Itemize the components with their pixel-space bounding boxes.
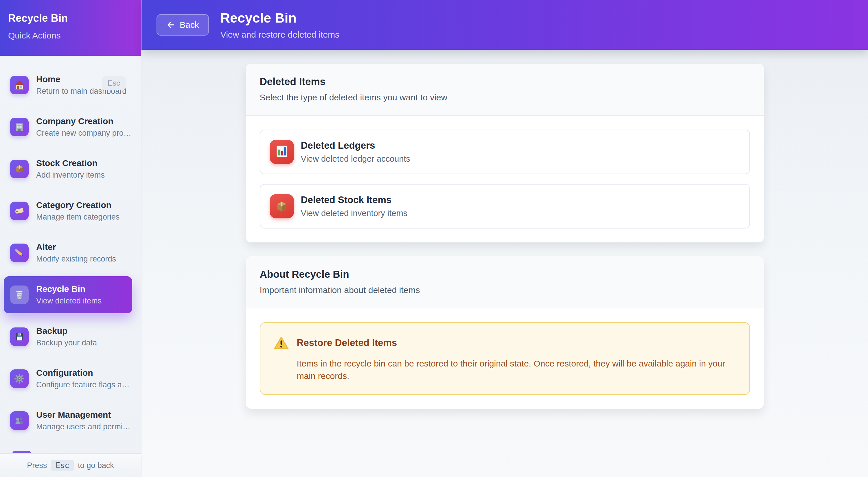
deleted-items-card: Deleted Items Select the type of deleted… (246, 64, 764, 243)
sidebar-item-title: Stock Creation (36, 158, 105, 168)
about-card-body: Restore Deleted Items Items in the recyc… (246, 308, 764, 409)
sidebar-item-list: Home Return to main dashboard Esc Compan… (0, 56, 141, 453)
sidebar-item-subtitle: Backup your data (36, 339, 97, 347)
sidebar-item-home[interactable]: Home Return to main dashboard Esc (4, 67, 132, 103)
card-subtitle: Select the type of deleted items you wan… (260, 93, 750, 102)
wastebasket-icon (10, 286, 29, 304)
sidebar-item-alter[interactable]: Alter Modify existing records (4, 234, 132, 271)
about-card-header: About Recycle Bin Important information … (246, 256, 764, 308)
footer-hint-suffix: to go back (78, 461, 114, 470)
sidebar-item-title: Category Creation (36, 200, 120, 210)
sidebar: Recycle Bin Quick Actions Home Return to… (0, 0, 142, 477)
deleted-items-card-body: Deleted Ledgers View deleted ledger acco… (246, 116, 764, 243)
sidebar-item-subtitle: View deleted items (36, 296, 101, 306)
option-subtitle: View deleted ledger accounts (301, 154, 410, 164)
recycle-bin-app: Recycle Bin Quick Actions Home Return to… (0, 0, 868, 477)
sidebar-item-title: Company Creation (36, 116, 126, 126)
floppy-disk-icon (10, 327, 29, 346)
page-content: Deleted Items Select the type of deleted… (142, 50, 868, 477)
card-subtitle: Important information about deleted item… (260, 285, 750, 295)
restore-info-alert: Restore Deleted Items Items in the recyc… (260, 322, 750, 395)
back-button-label: Back (180, 20, 199, 30)
deleted-items-card-header: Deleted Items Select the type of deleted… (246, 64, 764, 116)
page-subtitle: View and restore deleted items (220, 30, 339, 40)
sidebar-item-category-creation[interactable]: Category Creation Manage item categories (4, 192, 132, 229)
bar-chart-icon (270, 140, 294, 164)
pencil-icon (10, 244, 29, 262)
sidebar-item-subtitle: Configure feature flags a… (36, 380, 126, 389)
page-header: Back Recycle Bin View and restore delete… (142, 0, 868, 50)
sidebar-item-recycle-bin[interactable]: Recycle Bin View deleted items (4, 276, 132, 313)
building-icon (10, 118, 29, 136)
alert-title: Restore Deleted Items (297, 337, 737, 348)
sidebar-item-configuration[interactable]: Configuration Configure feature flags a… (4, 360, 132, 397)
option-title: Deleted Stock Items (301, 194, 408, 205)
sidebar-header: Recycle Bin Quick Actions (0, 0, 141, 56)
back-button[interactable]: Back (157, 14, 209, 36)
sidebar-item-subtitle: Manage item categories (36, 213, 120, 222)
sidebar-item-user-management[interactable]: User Management Manage users and permi… (4, 402, 132, 439)
sidebar-item-subtitle: Add inventory items (36, 171, 105, 180)
card-title: About Recycle Bin (260, 268, 750, 280)
sidebar-item-title: Configuration (36, 368, 126, 378)
option-title: Deleted Ledgers (301, 140, 410, 151)
sidebar-footer-hint: Press Esc to go back (0, 453, 141, 477)
sidebar-item-subtitle: Modify existing records (36, 255, 116, 263)
sidebar-item-subtitle: Create new company pro… (36, 129, 126, 138)
back-arrow-icon (166, 21, 175, 29)
home-icon (10, 76, 29, 94)
esc-shortcut-badge: Esc (102, 76, 126, 90)
sidebar-title: Recycle Bin (8, 12, 133, 24)
sidebar-subtitle: Quick Actions (8, 31, 133, 40)
page-title: Recycle Bin (220, 10, 339, 26)
partially-visible-item-icon (12, 451, 31, 453)
package-icon (10, 160, 29, 178)
sidebar-item-title: Recycle Bin (36, 284, 101, 294)
warning-icon (273, 336, 289, 351)
option-subtitle: View deleted inventory items (301, 209, 408, 218)
deleted-stock-items-option[interactable]: Deleted Stock Items View deleted invento… (260, 184, 750, 228)
alert-body: Items in the recycle bin can be restored… (297, 357, 737, 382)
sidebar-item-title: User Management (36, 410, 126, 420)
footer-hint-prefix: Press (27, 461, 47, 470)
sidebar-item-subtitle: Manage users and permi… (36, 422, 126, 431)
deleted-ledgers-option[interactable]: Deleted Ledgers View deleted ledger acco… (260, 130, 750, 174)
esc-key-badge: Esc (51, 459, 74, 471)
sidebar-item-title: Backup (36, 326, 97, 336)
sidebar-item-backup[interactable]: Backup Backup your data (4, 318, 132, 355)
sidebar-item-stock-creation[interactable]: Stock Creation Add inventory items (4, 151, 132, 187)
gear-icon (10, 370, 29, 388)
main-area: Back Recycle Bin View and restore delete… (142, 0, 868, 477)
card-title: Deleted Items (260, 76, 750, 87)
sidebar-item-title: Alter (36, 242, 116, 252)
about-recycle-bin-card: About Recycle Bin Important information … (246, 256, 764, 409)
package-icon (270, 194, 294, 218)
sidebar-item-company-creation[interactable]: Company Creation Create new company pro… (4, 108, 132, 146)
tag-icon (10, 202, 29, 220)
users-icon (10, 411, 29, 430)
